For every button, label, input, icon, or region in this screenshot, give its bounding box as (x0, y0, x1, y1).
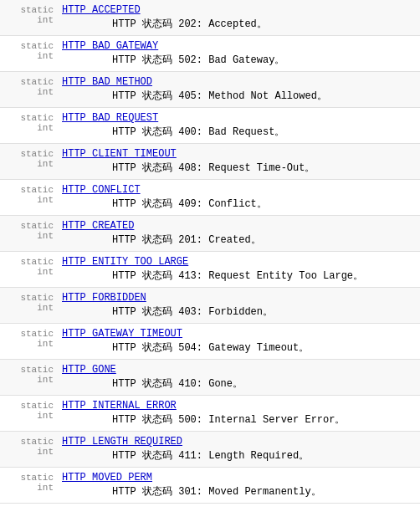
field-name-link[interactable]: HTTP_GONE (62, 364, 417, 376)
int-modifier: int (37, 375, 54, 385)
table-row: staticintHTTP_LENGTH_REQUIREDHTTP 状态码 41… (0, 432, 420, 468)
modifier-col: staticint (0, 434, 59, 464)
content-col: HTTP_BAD_METHODHTTP 状态码 405: Method Not … (59, 74, 420, 105)
int-modifier: int (37, 339, 54, 349)
field-name-link[interactable]: HTTP_ACCEPTED (62, 4, 417, 16)
table-row: staticintHTTP_CREATEDHTTP 状态码 201: Creat… (0, 216, 420, 252)
int-modifier: int (37, 303, 54, 313)
int-modifier: int (37, 51, 54, 61)
content-col: HTTP_CREATEDHTTP 状态码 201: Created。 (59, 218, 420, 248)
static-modifier: static (20, 149, 54, 159)
field-description: HTTP 状态码 411: Length Required。 (62, 448, 417, 463)
static-modifier: static (20, 77, 54, 87)
content-col: HTTP_CLIENT_TIMEOUTHTTP 状态码 408: Request… (59, 146, 420, 177)
modifier-col: staticint (0, 3, 59, 33)
content-col: HTTP_INTERNAL_ERRORHTTP 状态码 500: Interna… (59, 398, 420, 428)
field-name-link[interactable]: HTTP_CREATED (62, 220, 417, 232)
field-description: HTTP 状态码 202: Accepted。 (62, 17, 417, 31)
int-modifier: int (37, 195, 54, 205)
int-modifier: int (37, 15, 54, 25)
field-description: HTTP 状态码 408: Request Time-Out。 (62, 161, 417, 175)
int-modifier: int (37, 159, 54, 169)
table-row: staticintHTTP_MOVED_PERMHTTP 状态码 301: Mo… (0, 468, 420, 504)
modifier-col: staticint (0, 326, 59, 356)
modifier-col: staticint (0, 290, 59, 320)
content-col: HTTP_LENGTH_REQUIREDHTTP 状态码 411: Length… (59, 434, 420, 464)
content-col: HTTP_ACCEPTEDHTTP 状态码 202: Accepted。 (59, 3, 420, 33)
modifier-col: staticint (0, 362, 59, 392)
static-modifier: static (20, 437, 54, 447)
table-row: staticintHTTP_GONEHTTP 状态码 410: Gone。 (0, 360, 420, 396)
content-col: HTTP_GATEWAY_TIMEOUTHTTP 状态码 504: Gatewa… (59, 326, 420, 356)
table-row: staticintHTTP_BAD_REQUESTHTTP 状态码 400: B… (0, 108, 420, 144)
content-col: HTTP_ENTITY_TOO_LARGEHTTP 状态码 413: Reque… (59, 254, 420, 284)
field-name-link[interactable]: HTTP_CONFLICT (62, 184, 417, 196)
content-col: HTTP_CONFLICTHTTP 状态码 409: Conflict。 (59, 182, 420, 212)
static-modifier: static (20, 221, 54, 231)
field-name-link[interactable]: HTTP_LENGTH_REQUIRED (62, 436, 417, 448)
field-description: HTTP 状态码 504: Gateway Timeout。 (62, 340, 417, 355)
field-description: HTTP 状态码 400: Bad Request。 (62, 125, 417, 139)
static-modifier: static (20, 113, 54, 123)
field-description: HTTP 状态码 405: Method Not Allowed。 (62, 89, 417, 103)
field-name-link[interactable]: HTTP_GATEWAY_TIMEOUT (62, 328, 417, 340)
field-name-link[interactable]: HTTP_MOVED_PERM (62, 472, 417, 484)
field-name-link[interactable]: HTTP_ENTITY_TOO_LARGE (62, 256, 417, 268)
modifier-col: staticint (0, 38, 59, 69)
field-name-link[interactable]: HTTP_BAD_METHOD (62, 76, 417, 88)
int-modifier: int (37, 447, 54, 457)
modifier-col: staticint (0, 182, 59, 212)
static-modifier: static (20, 401, 54, 411)
modifier-col: staticint (0, 254, 59, 284)
field-description: HTTP 状态码 413: Request Entity Too Large。 (62, 269, 417, 283)
modifier-col: staticint (0, 470, 59, 500)
table-row: staticintHTTP_ACCEPTEDHTTP 状态码 202: Acce… (0, 0, 420, 36)
static-modifier: static (20, 293, 54, 303)
entries-container: staticintHTTP_ACCEPTEDHTTP 状态码 202: Acce… (0, 0, 420, 504)
int-modifier: int (37, 87, 54, 97)
static-modifier: static (20, 185, 54, 195)
table-row: staticintHTTP_BAD_METHODHTTP 状态码 405: Me… (0, 72, 420, 108)
content-col: HTTP_BAD_REQUESTHTTP 状态码 400: Bad Reques… (59, 110, 420, 141)
content-col: HTTP_BAD_GATEWAYHTTP 状态码 502: Bad Gatewa… (59, 38, 420, 69)
field-name-link[interactable]: HTTP_CLIENT_TIMEOUT (62, 148, 417, 160)
int-modifier: int (37, 483, 54, 493)
field-description: HTTP 状态码 301: Moved Permanently。 (62, 484, 417, 499)
field-name-link[interactable]: HTTP_FORBIDDEN (62, 292, 417, 304)
static-modifier: static (20, 329, 54, 339)
modifier-col: staticint (0, 146, 59, 177)
field-description: HTTP 状态码 502: Bad Gateway。 (62, 53, 417, 67)
field-description: HTTP 状态码 410: Gone。 (62, 376, 417, 391)
table-row: staticintHTTP_BAD_GATEWAYHTTP 状态码 502: B… (0, 36, 420, 72)
static-modifier: static (20, 5, 54, 15)
field-description: HTTP 状态码 409: Conflict。 (62, 197, 417, 211)
static-modifier: static (20, 41, 54, 51)
modifier-col: staticint (0, 110, 59, 141)
field-name-link[interactable]: HTTP_BAD_REQUEST (62, 112, 417, 124)
static-modifier: static (20, 365, 54, 375)
modifier-col: staticint (0, 398, 59, 428)
int-modifier: int (37, 267, 54, 277)
content-col: HTTP_GONEHTTP 状态码 410: Gone。 (59, 362, 420, 392)
int-modifier: int (37, 123, 54, 133)
table-row: staticintHTTP_ENTITY_TOO_LARGEHTTP 状态码 4… (0, 252, 420, 288)
int-modifier: int (37, 411, 54, 421)
field-name-link[interactable]: HTTP_INTERNAL_ERROR (62, 400, 417, 412)
table-row: staticintHTTP_INTERNAL_ERRORHTTP 状态码 500… (0, 396, 420, 432)
int-modifier: int (37, 231, 54, 241)
field-description: HTTP 状态码 403: Forbidden。 (62, 304, 417, 319)
modifier-col: staticint (0, 74, 59, 105)
table-row: staticintHTTP_CLIENT_TIMEOUTHTTP 状态码 408… (0, 144, 420, 180)
static-modifier: static (20, 257, 54, 267)
content-col: HTTP_FORBIDDENHTTP 状态码 403: Forbidden。 (59, 290, 420, 320)
table-row: staticintHTTP_GATEWAY_TIMEOUTHTTP 状态码 50… (0, 324, 420, 360)
table-row: staticintHTTP_CONFLICTHTTP 状态码 409: Conf… (0, 180, 420, 216)
field-name-link[interactable]: HTTP_BAD_GATEWAY (62, 40, 417, 52)
field-description: HTTP 状态码 500: Internal Server Error。 (62, 412, 417, 427)
modifier-col: staticint (0, 218, 59, 248)
field-description: HTTP 状态码 201: Created。 (62, 233, 417, 247)
static-modifier: static (20, 473, 54, 483)
content-col: HTTP_MOVED_PERMHTTP 状态码 301: Moved Perma… (59, 470, 420, 500)
table-row: staticintHTTP_FORBIDDENHTTP 状态码 403: For… (0, 288, 420, 324)
